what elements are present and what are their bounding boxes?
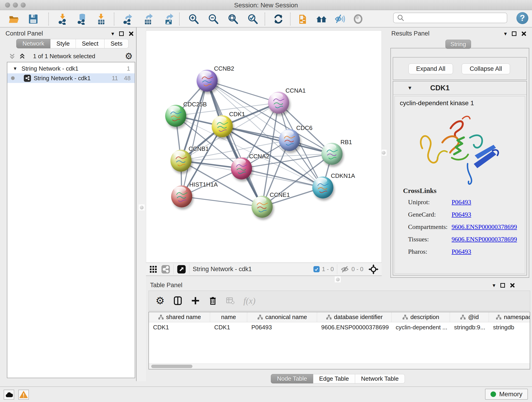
import-network-icon[interactable] xyxy=(57,13,68,25)
tab-string[interactable]: String xyxy=(445,40,471,49)
crosslink-row: Tissues: 9606.ENSP00000378699 xyxy=(408,233,525,245)
control-panel-menu-icon[interactable]: ▾ xyxy=(111,31,114,37)
entry-disclosure-icon[interactable]: ▼ xyxy=(407,85,412,91)
table-cell[interactable]: 9606.ENSP00000378699 xyxy=(317,322,392,332)
warnings-button[interactable] xyxy=(18,390,29,400)
tab-sets[interactable]: Sets xyxy=(104,39,128,48)
show-columns-icon[interactable] xyxy=(173,296,182,305)
network-node-cdc6[interactable] xyxy=(279,129,300,151)
network-canvas[interactable]: CCNB2 CCNA1 CDC25B CDK1 xyxy=(146,31,382,263)
network-node-ccnb2[interactable] xyxy=(196,70,218,92)
column-header-description[interactable]: description xyxy=(392,312,450,322)
control-panel-close-icon[interactable] xyxy=(129,32,133,36)
tab-node-table[interactable]: Node Table xyxy=(271,374,313,383)
string-protein-query-icon[interactable] xyxy=(298,13,309,25)
table-horizontal-scrollbar[interactable] xyxy=(149,364,530,369)
crosslink-label: Compartments: xyxy=(408,223,452,230)
show-hide-graphics-details-icon[interactable] xyxy=(334,13,346,25)
column-header-shared-name[interactable]: shared name xyxy=(149,312,210,322)
import-network-from-database-icon[interactable] xyxy=(76,13,88,25)
network-node-ccna2[interactable] xyxy=(231,157,252,179)
network-edge[interactable] xyxy=(182,81,207,196)
search-input[interactable] xyxy=(406,14,507,22)
table-cell[interactable]: cyclin-dependent ... xyxy=(392,322,450,332)
save-session-icon[interactable] xyxy=(27,13,39,25)
results-panel-menu-icon[interactable]: ▾ xyxy=(504,31,507,37)
network-options-gear-icon[interactable]: ⚙ xyxy=(125,51,133,61)
node-structure-thumbnail xyxy=(312,177,333,198)
network-edge[interactable] xyxy=(241,168,323,187)
crosslink-link[interactable]: P06493 xyxy=(452,211,471,218)
network-row[interactable]: String Network - cdk1 11 48 xyxy=(7,73,135,83)
network-node-ccnb1[interactable] xyxy=(171,150,191,172)
column-header-database-identifier[interactable]: database identifier xyxy=(317,312,392,322)
tab-style[interactable]: Style xyxy=(51,39,76,48)
control-panel-title: Control Panel xyxy=(6,30,43,37)
results-panel-close-icon[interactable] xyxy=(521,32,526,36)
add-column-icon[interactable] xyxy=(191,296,200,305)
crosslink-link[interactable]: 9606.ENSP00000378699 xyxy=(452,223,517,230)
table-panel-menu-icon[interactable]: ▾ xyxy=(493,282,495,288)
node-structure-thumbnail xyxy=(171,185,192,207)
string-home-icon[interactable] xyxy=(316,13,327,25)
help-button[interactable]: ? xyxy=(516,12,528,24)
tab-select[interactable]: Select xyxy=(76,39,104,48)
hidden-eye-icon[interactable] xyxy=(341,265,349,274)
zoom-out-icon[interactable] xyxy=(208,13,219,25)
network-node-ccne1[interactable] xyxy=(252,196,273,218)
selected-checkbox[interactable] xyxy=(313,266,320,272)
table-cell[interactable]: stringdb:9... xyxy=(450,322,489,332)
open-in-new-window-icon[interactable] xyxy=(177,265,186,274)
export-table-icon[interactable] xyxy=(143,13,154,25)
table-panel-float-icon[interactable] xyxy=(500,283,505,288)
open-session-icon[interactable] xyxy=(8,13,20,25)
zoom-selected-icon[interactable] xyxy=(247,13,259,25)
table-settings-gear-icon[interactable]: ⚙ xyxy=(156,296,165,306)
network-node-hist1h1a[interactable] xyxy=(171,185,192,207)
grid-view-icon[interactable] xyxy=(149,265,157,274)
expand-all-button[interactable]: Expand All xyxy=(409,64,453,74)
results-panel-float-icon[interactable] xyxy=(512,32,516,36)
collection-disclosure-icon[interactable]: ▼ xyxy=(13,66,17,71)
table-cell[interactable]: stringdb xyxy=(489,322,530,332)
network-collection-row[interactable]: ▼ String Network - cdk1 1 xyxy=(7,64,135,73)
tab-network[interactable]: Network xyxy=(16,39,51,48)
column-header-namespace[interactable]: namespace xyxy=(489,312,530,322)
column-header-name[interactable]: name xyxy=(210,312,247,322)
left-splitter-knob[interactable] xyxy=(139,204,145,211)
table-cell[interactable]: P06493 xyxy=(247,322,317,332)
network-edge[interactable] xyxy=(182,196,262,207)
export-image-icon[interactable] xyxy=(164,13,175,25)
delete-column-icon[interactable] xyxy=(209,296,217,305)
zoom-fit-icon[interactable] xyxy=(227,13,239,25)
tab-edge-table[interactable]: Edge Table xyxy=(313,374,355,383)
network-node-rb1[interactable] xyxy=(322,143,342,165)
bottom-splitter-knob[interactable] xyxy=(335,276,341,282)
birds-eye-view-icon[interactable] xyxy=(368,264,379,274)
scrollbar-thumb[interactable] xyxy=(151,365,192,368)
network-node-cdc25b[interactable] xyxy=(165,105,186,127)
lens-icon[interactable] xyxy=(352,13,364,25)
crosslink-link[interactable]: P06493 xyxy=(452,198,471,206)
zoom-in-icon[interactable] xyxy=(188,13,199,25)
table-panel-close-icon[interactable] xyxy=(510,283,515,288)
table-cell[interactable]: CDK1 xyxy=(210,322,247,332)
memory-button[interactable]: Memory xyxy=(485,389,528,400)
refresh-icon[interactable] xyxy=(273,13,284,25)
collapse-all-button[interactable]: Collapse All xyxy=(462,64,510,74)
network-node-ccna1[interactable] xyxy=(268,92,289,114)
column-header-@id[interactable]: @id xyxy=(450,312,489,322)
cloud-button[interactable] xyxy=(4,390,14,400)
node-result-header[interactable]: ▼ CDK1 xyxy=(393,81,526,95)
network-node-cdkn1a[interactable] xyxy=(312,177,333,198)
export-network-icon[interactable] xyxy=(122,13,134,25)
table-cell[interactable]: CDK1 xyxy=(149,322,210,332)
tab-network-table[interactable]: Network Table xyxy=(355,374,405,383)
share-view-icon[interactable] xyxy=(161,265,170,274)
network-node-cdk1[interactable] xyxy=(212,115,233,137)
control-panel-float-icon[interactable] xyxy=(119,32,124,36)
import-table-icon[interactable] xyxy=(95,13,107,25)
column-header-canonical-name[interactable]: canonical name xyxy=(247,312,317,322)
crosslink-link[interactable]: P06493 xyxy=(452,248,471,255)
crosslink-link[interactable]: 9606.ENSP00000378699 xyxy=(452,236,517,243)
